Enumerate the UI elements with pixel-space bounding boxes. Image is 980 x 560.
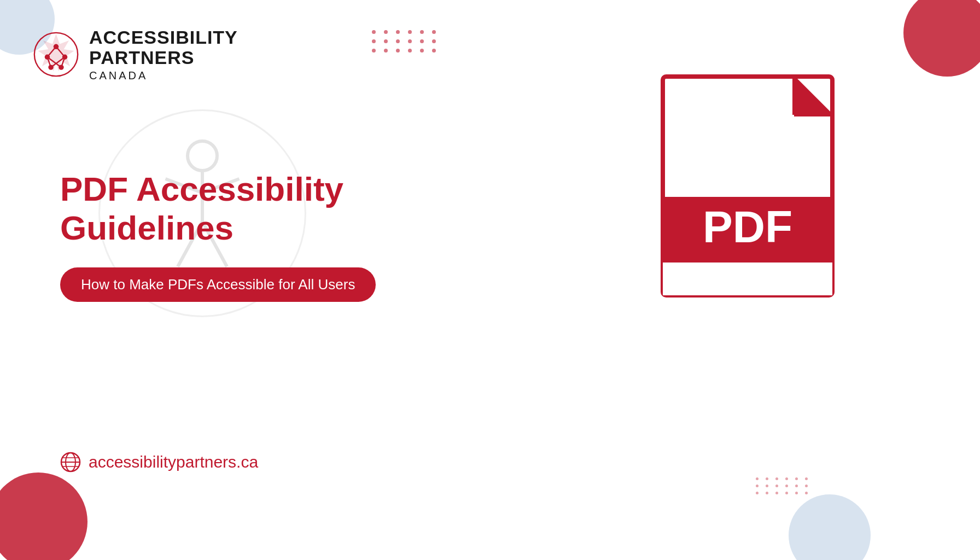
pdf-document-icon: PDF: [657, 71, 865, 339]
dots-pattern-top: [372, 30, 439, 52]
corner-decoration-bottom-left: [0, 472, 88, 560]
dots-pattern-bottom-right: [756, 477, 810, 494]
website-url-area: accessibilitypartners.ca: [60, 452, 258, 472]
main-content: PDF Accessibility Guidelines How to Make…: [60, 170, 454, 302]
pdf-icon-container: PDF: [657, 71, 887, 355]
brand-name-line1: ACCESSIBILITY: [89, 27, 238, 48]
logo-area: ACCESSIBILITY PARTNERS CANADA: [33, 27, 238, 82]
page-title: PDF Accessibility Guidelines: [60, 170, 454, 248]
subtitle-badge: How to Make PDFs Accessible for All User…: [60, 267, 376, 302]
corner-decoration-bottom-right: [789, 494, 871, 560]
logo-icon: [33, 31, 79, 78]
brand-name-line2: PARTNERS: [89, 47, 195, 68]
logo-text-block: ACCESSIBILITY PARTNERS CANADA: [89, 27, 238, 82]
logo-text-sub: CANADA: [89, 69, 238, 82]
svg-point-12: [188, 141, 217, 171]
corner-decoration-top-right: [903, 0, 980, 77]
globe-icon: [60, 452, 81, 472]
website-url-text: accessibilitypartners.ca: [89, 453, 258, 471]
logo-text-main: ACCESSIBILITY PARTNERS: [89, 27, 238, 68]
svg-text:PDF: PDF: [703, 202, 792, 252]
